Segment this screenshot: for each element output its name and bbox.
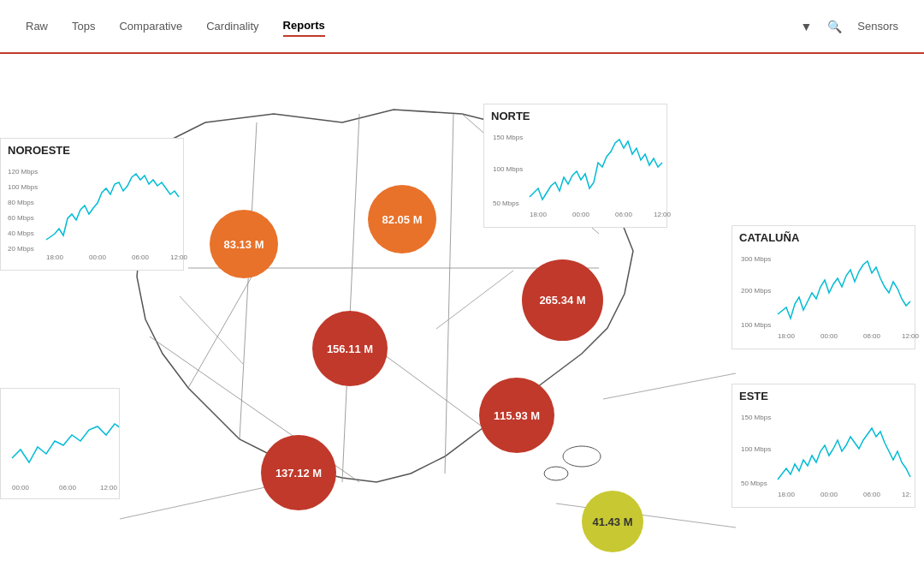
svg-text:100 Mbps: 100 Mbps bbox=[8, 183, 38, 191]
chart-este-title: ESTE bbox=[739, 390, 908, 402]
svg-text:06:00: 06:00 bbox=[615, 211, 633, 217]
bubble-este[interactable]: 115.93 M bbox=[479, 378, 554, 453]
svg-text:12:00: 12:00 bbox=[100, 484, 118, 490]
sensors-label[interactable]: Sensors bbox=[857, 20, 898, 33]
svg-text:50 Mbps: 50 Mbps bbox=[493, 200, 519, 207]
svg-text:06:00: 06:00 bbox=[863, 491, 881, 497]
navbar: Raw Tops Comparative Cardinality Reports… bbox=[0, 0, 924, 54]
svg-text:12:00: 12:00 bbox=[654, 211, 672, 217]
chart-cataluna: CATALUÑA 300 Mbps 200 Mbps 100 Mbps 18:0… bbox=[732, 225, 915, 349]
svg-text:150 Mbps: 150 Mbps bbox=[741, 414, 771, 421]
search-icon[interactable]: 🔍 bbox=[827, 20, 842, 33]
filter-icon[interactable]: ▼ bbox=[800, 20, 812, 33]
svg-text:120 Mbps: 120 Mbps bbox=[8, 168, 38, 176]
svg-text:150 Mbps: 150 Mbps bbox=[493, 134, 523, 141]
bubble-norte[interactable]: 82.05 M bbox=[368, 185, 436, 253]
svg-line-6 bbox=[240, 122, 257, 439]
bubble-centro[interactable]: 156.11 M bbox=[312, 311, 388, 386]
svg-line-7 bbox=[342, 114, 359, 482]
svg-point-14 bbox=[544, 467, 568, 480]
svg-text:18:00: 18:00 bbox=[778, 332, 796, 338]
svg-text:00:00: 00:00 bbox=[820, 491, 838, 497]
chart-centro: 00:00 06:00 12:00 bbox=[0, 388, 120, 499]
map-area: 83.13 M 82.05 M 265.34 M 156.11 M 115.93… bbox=[0, 54, 924, 578]
chart-este: ESTE 150 Mbps 100 Mbps 50 Mbps 18:00 00:… bbox=[732, 384, 915, 508]
svg-point-13 bbox=[563, 446, 601, 467]
bubble-baleares[interactable]: 41.43 M bbox=[582, 491, 643, 552]
svg-text:100 Mbps: 100 Mbps bbox=[741, 445, 771, 453]
nav-item-comparative[interactable]: Comparative bbox=[119, 16, 182, 36]
svg-text:00:00: 00:00 bbox=[820, 332, 838, 338]
bubble-noroeste[interactable]: 83.13 M bbox=[210, 210, 278, 278]
nav-item-raw[interactable]: Raw bbox=[26, 16, 48, 36]
svg-line-12 bbox=[188, 268, 257, 388]
nav-item-cardinality[interactable]: Cardinality bbox=[206, 16, 258, 36]
svg-text:00:00: 00:00 bbox=[12, 484, 30, 490]
svg-text:200 Mbps: 200 Mbps bbox=[741, 287, 771, 295]
bubble-cataluna[interactable]: 265.34 M bbox=[522, 259, 603, 341]
svg-text:20 Mbps: 20 Mbps bbox=[8, 245, 34, 253]
svg-text:06:00: 06:00 bbox=[59, 484, 77, 490]
chart-noroeste: NOROESTE 120 Mbps 100 Mbps 80 Mbps 60 Mb… bbox=[0, 138, 184, 271]
svg-text:00:00: 00:00 bbox=[572, 211, 590, 217]
chart-noroeste-title: NOROESTE bbox=[8, 144, 176, 157]
svg-text:100 Mbps: 100 Mbps bbox=[741, 321, 771, 329]
svg-line-8 bbox=[445, 114, 453, 474]
svg-text:18:00: 18:00 bbox=[530, 211, 548, 217]
svg-text:12:00: 12:00 bbox=[902, 332, 920, 338]
svg-text:40 Mbps: 40 Mbps bbox=[8, 229, 34, 237]
svg-text:00:00: 00:00 bbox=[89, 253, 107, 259]
nav-item-reports[interactable]: Reports bbox=[283, 15, 325, 37]
nav-item-tops[interactable]: Tops bbox=[72, 16, 95, 36]
svg-text:06:00: 06:00 bbox=[863, 332, 881, 338]
chart-norte: NORTE 150 Mbps 100 Mbps 50 Mbps 18:00 00… bbox=[483, 104, 667, 228]
svg-text:12:: 12: bbox=[902, 491, 911, 497]
svg-text:18:00: 18:00 bbox=[46, 253, 64, 259]
svg-text:18:00: 18:00 bbox=[778, 491, 796, 497]
svg-text:60 Mbps: 60 Mbps bbox=[8, 214, 34, 222]
svg-text:100 Mbps: 100 Mbps bbox=[493, 165, 523, 173]
bubble-sur[interactable]: 137.12 M bbox=[261, 435, 336, 510]
svg-text:12:00: 12:00 bbox=[170, 253, 188, 259]
svg-text:06:00: 06:00 bbox=[132, 253, 150, 259]
svg-text:300 Mbps: 300 Mbps bbox=[741, 255, 771, 263]
chart-norte-title: NORTE bbox=[491, 110, 660, 122]
svg-text:50 Mbps: 50 Mbps bbox=[741, 480, 767, 487]
svg-text:80 Mbps: 80 Mbps bbox=[8, 199, 34, 206]
chart-cataluna-title: CATALUÑA bbox=[739, 231, 908, 244]
